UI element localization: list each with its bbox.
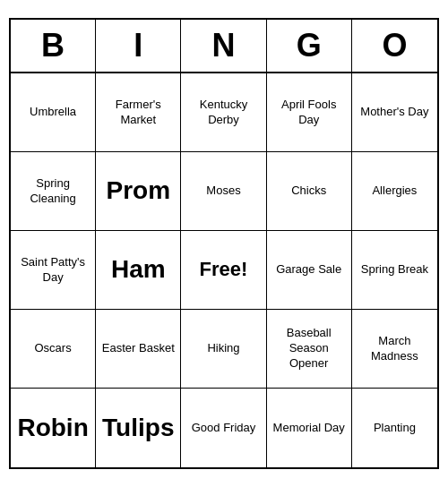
header-letter-o: O [352,20,437,72]
bingo-cell-13: Garage Sale [267,231,352,310]
bingo-cell-0: Umbrella [11,73,96,152]
bingo-cell-19: March Madness [352,310,437,389]
bingo-grid: UmbrellaFarmer's MarketKentucky DerbyApr… [11,73,437,467]
bingo-cell-3: April Fools Day [267,73,352,152]
bingo-cell-18: Baseball Season Opener [267,310,352,389]
bingo-cell-10: Saint Patty's Day [11,231,96,310]
bingo-cell-17: Hiking [181,310,266,389]
bingo-cell-14: Spring Break [352,231,437,310]
bingo-cell-7: Moses [181,152,266,231]
bingo-cell-24: Planting [352,389,437,467]
bingo-cell-6: Prom [96,152,181,231]
bingo-cell-11: Ham [96,231,181,310]
bingo-cell-21: Tulips [96,389,181,467]
bingo-cell-16: Easter Basket [96,310,181,389]
bingo-card: BINGO UmbrellaFarmer's MarketKentucky De… [9,18,439,469]
bingo-cell-20: Robin [11,389,96,467]
header-letter-i: I [96,20,181,72]
bingo-cell-8: Chicks [267,152,352,231]
bingo-cell-9: Allergies [352,152,437,231]
bingo-cell-4: Mother's Day [352,73,437,152]
bingo-cell-2: Kentucky Derby [181,73,266,152]
bingo-cell-12: Free! [181,231,266,310]
header-letter-b: B [11,20,96,72]
bingo-cell-23: Memorial Day [267,389,352,467]
bingo-cell-5: Spring Cleaning [11,152,96,231]
bingo-cell-22: Good Friday [181,389,266,467]
header-letter-g: G [267,20,352,72]
header-letter-n: N [181,20,266,72]
bingo-header: BINGO [11,20,437,73]
bingo-cell-1: Farmer's Market [96,73,181,152]
bingo-cell-15: Oscars [11,310,96,389]
